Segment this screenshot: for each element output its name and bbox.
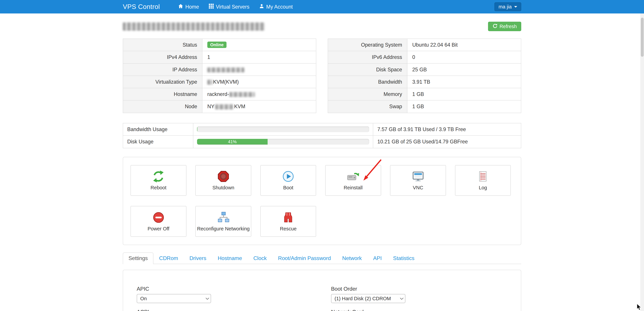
apic-select[interactable]: On bbox=[137, 294, 211, 303]
info-label: Memory bbox=[328, 88, 408, 100]
rescue-button[interactable]: Rescue bbox=[260, 206, 316, 237]
tab-clock[interactable]: Clock bbox=[248, 253, 272, 264]
scrollbar-thumb[interactable] bbox=[641, 18, 644, 57]
settings-panel: APIC On ACPI Boot Order (1) Hard Disk (2… bbox=[123, 270, 521, 311]
tab-cdrom[interactable]: CDRom bbox=[154, 253, 184, 264]
vnc-button[interactable]: VNC bbox=[390, 165, 446, 196]
reconfigure-networking-icon bbox=[218, 211, 229, 224]
nav-my-account-label: My Account bbox=[266, 4, 293, 10]
nav-home-label: Home bbox=[185, 4, 199, 10]
info-value: 0 bbox=[408, 51, 521, 63]
info-row-hostname: Hostname racknerd- bbox=[123, 88, 316, 100]
tab-hostname[interactable]: Hostname bbox=[212, 253, 248, 264]
power-off-button[interactable]: Power Off bbox=[130, 206, 186, 237]
info-label: Status bbox=[123, 39, 202, 51]
tab-root-admin-password[interactable]: Root/Admin Password bbox=[272, 253, 336, 264]
boot-button[interactable]: Boot bbox=[260, 165, 316, 196]
tab-api[interactable]: API bbox=[368, 253, 387, 264]
reinstall-icon bbox=[347, 170, 359, 183]
redacted-ip-address bbox=[207, 67, 244, 72]
disk-usage-row: Disk Usage 41% 10.21 GB of 25 GB Used/14… bbox=[123, 136, 521, 148]
refresh-button[interactable]: Refresh bbox=[488, 22, 521, 31]
reboot-button[interactable]: Reboot bbox=[130, 165, 186, 196]
hostname-value: racknerd- bbox=[207, 91, 229, 97]
info-label: IPv4 Address bbox=[123, 51, 202, 63]
info-value bbox=[202, 64, 316, 75]
actions-panel: Reboot Shutdown Boot Reinstall VNC bbox=[123, 157, 521, 245]
bandwidth-usage-text: 7.57 GB of 3.91 TB Used / 3.9 TB Free bbox=[373, 123, 521, 135]
boot-order-label: Boot Order bbox=[331, 286, 508, 292]
apic-label: APIC bbox=[137, 286, 313, 292]
boot-label: Boot bbox=[283, 185, 293, 191]
server-info-table-left: Status Online IPv4 Address 1 IP Address … bbox=[123, 38, 316, 113]
nav-home[interactable]: Home bbox=[173, 0, 204, 13]
network-card-label: Network Card bbox=[331, 309, 508, 311]
info-label: Swap bbox=[328, 100, 408, 113]
disk-usage-text: 10.21 GB of 25 GB Used/14.79 GBFree bbox=[373, 136, 521, 148]
bandwidth-progress-fill bbox=[197, 126, 198, 132]
nav-my-account[interactable]: My Account bbox=[254, 0, 298, 13]
server-info-table-right: Operating System Ubuntu 22.04 64 Bit IPv… bbox=[328, 38, 521, 113]
disk-percent-label: 41% bbox=[228, 139, 236, 144]
info-value: Ubuntu 22.04 64 Bit bbox=[408, 39, 521, 51]
user-menu-label: ma jia bbox=[498, 4, 512, 9]
node-suffix: KVM bbox=[234, 103, 245, 109]
info-label: Hostname bbox=[123, 88, 202, 100]
disk-progress-fill: 41% bbox=[197, 139, 268, 145]
info-value: racknerd- bbox=[202, 88, 316, 100]
tab-drivers[interactable]: Drivers bbox=[184, 253, 212, 264]
info-row-ip-address: IP Address bbox=[123, 64, 316, 76]
brand-logo[interactable]: VPS Control bbox=[123, 3, 160, 10]
reconfigure-networking-button[interactable]: Reconfigure Networking bbox=[195, 206, 251, 237]
bandwidth-progress-bar bbox=[197, 126, 369, 132]
info-row-virtualization: Virtualization Type KVM(KVM) bbox=[123, 76, 316, 88]
main-container: Refresh Status Online IPv4 Address 1 IP … bbox=[123, 22, 521, 311]
apic-field: APIC On bbox=[137, 286, 313, 303]
reinstall-button[interactable]: Reinstall bbox=[325, 165, 381, 196]
user-icon bbox=[259, 4, 264, 10]
info-label: IP Address bbox=[123, 64, 202, 75]
grid-icon bbox=[209, 4, 214, 10]
shutdown-label: Shutdown bbox=[212, 185, 234, 191]
tab-network[interactable]: Network bbox=[336, 253, 368, 264]
info-label: Bandwidth bbox=[328, 76, 408, 88]
boot-order-select[interactable]: (1) Hard Disk (2) CDROM bbox=[331, 294, 405, 303]
log-label: Log bbox=[479, 185, 487, 191]
rescue-icon bbox=[282, 211, 294, 224]
vps-control-page: VPS Control Home Virtual Servers My Acco… bbox=[0, 0, 644, 311]
power-off-label: Power Off bbox=[148, 226, 170, 232]
info-value: 1 GB bbox=[408, 88, 521, 100]
caret-down-icon bbox=[514, 6, 517, 7]
redacted-node-middle bbox=[215, 104, 233, 109]
server-info: Status Online IPv4 Address 1 IP Address … bbox=[123, 38, 521, 113]
usage-table: Bandwidth Usage 7.57 GB of 3.91 TB Used … bbox=[123, 123, 521, 148]
info-value: 3.91 TB bbox=[408, 76, 521, 88]
user-menu-button[interactable]: ma jia bbox=[494, 2, 521, 11]
settings-column-right: Boot Order (1) Hard Disk (2) CDROM Netwo… bbox=[331, 286, 508, 311]
boot-icon bbox=[282, 170, 294, 183]
nav-virtual-servers-label: Virtual Servers bbox=[216, 4, 250, 10]
nav-virtual-servers[interactable]: Virtual Servers bbox=[204, 0, 254, 13]
shutdown-button[interactable]: Shutdown bbox=[195, 165, 251, 196]
log-button[interactable]: Log bbox=[455, 165, 511, 196]
info-value: 1 bbox=[202, 51, 316, 63]
virtualization-value: KVM(KVM) bbox=[213, 79, 239, 85]
home-icon bbox=[178, 3, 184, 10]
actions-row-1: Reboot Shutdown Boot Reinstall VNC bbox=[130, 165, 514, 196]
reboot-label: Reboot bbox=[150, 185, 166, 191]
info-row-os: Operating System Ubuntu 22.04 64 Bit bbox=[328, 39, 521, 51]
info-row-swap: Swap 1 GB bbox=[328, 100, 521, 113]
power-off-icon bbox=[152, 211, 164, 224]
info-value: NYKVM bbox=[202, 100, 316, 113]
tab-bar: Settings CDRom Drivers Hostname Clock Ro… bbox=[123, 253, 521, 264]
usage-bar-cell: 41% bbox=[193, 136, 373, 148]
info-value: 25 GB bbox=[408, 64, 521, 75]
node-prefix: NY bbox=[207, 103, 214, 109]
tab-settings[interactable]: Settings bbox=[123, 253, 154, 264]
vertical-scrollbar[interactable] bbox=[640, 13, 644, 311]
info-value: Online bbox=[202, 39, 316, 51]
navbar-inner: VPS Control Home Virtual Servers My Acco… bbox=[123, 0, 521, 13]
disk-progress-bar: 41% bbox=[197, 139, 369, 145]
tab-statistics[interactable]: Statistics bbox=[387, 253, 420, 264]
info-row-memory: Memory 1 GB bbox=[328, 88, 521, 100]
